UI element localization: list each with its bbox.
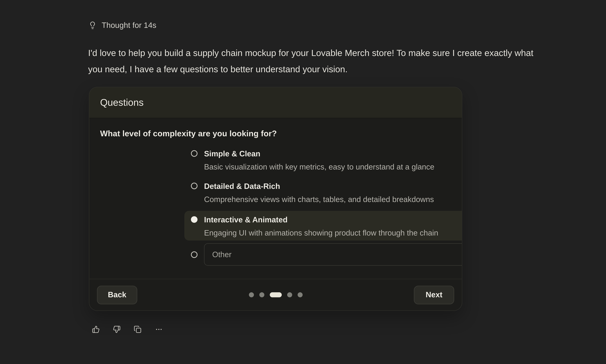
lightbulb-icon <box>89 21 97 29</box>
thought-summary[interactable]: Thought for 14s <box>89 21 157 30</box>
copy-icon[interactable] <box>134 325 141 333</box>
card-footer: Back Next <box>89 279 462 311</box>
option-label: Interactive & Animated <box>204 213 438 226</box>
pagination-dot <box>297 292 302 298</box>
thought-label: Thought for 14s <box>102 21 156 30</box>
option-description: Basic visualization with key metrics, ea… <box>204 160 434 173</box>
pagination-dots <box>249 292 302 298</box>
option-description: Engaging UI with animations showing prod… <box>204 226 438 239</box>
option-label: Simple & Clean <box>204 147 434 160</box>
thumbs-up-icon[interactable] <box>92 325 100 333</box>
option-label: Detailed & Data-Rich <box>204 180 434 193</box>
next-button[interactable]: Next <box>414 286 454 304</box>
other-option-input[interactable] <box>204 243 462 266</box>
questions-card: Questions What level of complexity are y… <box>89 87 462 311</box>
chat-message-region: Thought for 14s I'd love to help you bui… <box>0 0 606 364</box>
option-detailed-data-rich[interactable]: Detailed & Data-Rich Comprehensive views… <box>184 180 462 206</box>
option-other[interactable] <box>184 243 462 266</box>
back-button[interactable]: Back <box>97 286 137 304</box>
radio-unselected-icon[interactable] <box>191 183 197 189</box>
more-options-icon[interactable] <box>155 325 163 333</box>
card-title: Questions <box>100 97 144 108</box>
questions-card-header: Questions <box>89 87 462 118</box>
pagination-dot <box>249 292 254 298</box>
assistant-message-text: I'd love to help you build a supply chai… <box>88 45 540 77</box>
pagination-dot <box>287 292 292 298</box>
radio-unselected-icon[interactable] <box>191 251 197 258</box>
question-text: What level of complexity are you looking… <box>100 129 277 138</box>
option-simple-clean[interactable]: Simple & Clean Basic visualization with … <box>184 147 462 173</box>
pagination-dot <box>259 292 264 298</box>
radio-selected-icon[interactable] <box>191 216 197 223</box>
thumbs-down-icon[interactable] <box>113 325 121 333</box>
radio-unselected-icon[interactable] <box>191 150 197 157</box>
option-description: Comprehensive views with charts, tables,… <box>204 193 434 206</box>
option-interactive-animated-selected[interactable]: Interactive & Animated Engaging UI with … <box>184 211 462 240</box>
message-actions <box>92 325 163 333</box>
pagination-dot-active <box>269 292 282 298</box>
